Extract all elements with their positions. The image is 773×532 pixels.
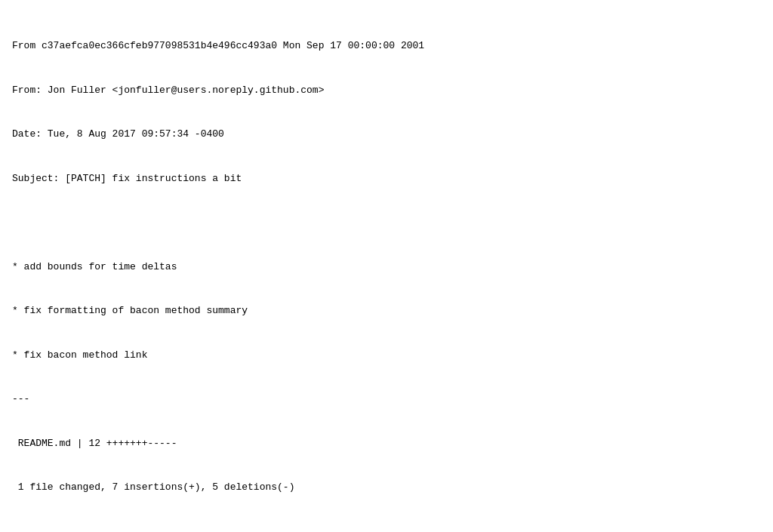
bullet-line-1: * add bounds for time deltas (12, 260, 761, 275)
header-line-1: From c37aefca0ec366cfeb977098531b4e496cc… (12, 38, 761, 54)
stat-line-2: 1 file changed, 7 insertions(+), 5 delet… (12, 480, 761, 495)
bullet-line-3: * fix bacon method link (12, 348, 761, 363)
diff-viewer: From c37aefca0ec366cfeb977098531b4e496cc… (12, 9, 761, 532)
header-line-2: From: Jon Fuller <jonfuller@users.norepl… (12, 83, 761, 98)
stat-line-1: README.md | 12 +++++++----- (12, 436, 761, 451)
separator-line: --- (12, 392, 761, 407)
header-line-4: Subject: [PATCH] fix instructions a bit (12, 171, 761, 186)
blank-line-1 (12, 215, 761, 230)
blank-line-2 (12, 524, 761, 533)
bullet-line-2: * fix formatting of bacon method summary (12, 303, 761, 318)
header-line-3: Date: Tue, 8 Aug 2017 09:57:34 -0400 (12, 127, 761, 142)
